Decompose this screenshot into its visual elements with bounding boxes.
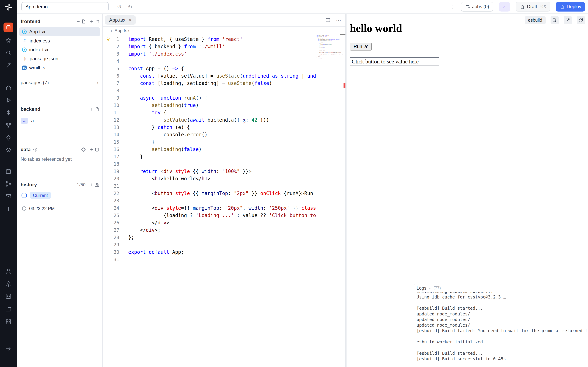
inspect-select-button[interactable] — [551, 16, 559, 24]
add-folder-button[interactable] — [89, 19, 99, 24]
more-options-kebab-icon[interactable]: ⋮ — [450, 3, 455, 10]
code-line[interactable]: import React, { useState } from 'react' — [128, 36, 316, 43]
deploy-button[interactable]: Deploy — [556, 2, 585, 12]
preview-run-a-button[interactable]: Run 'a' — [350, 43, 372, 50]
runs-icon[interactable] — [0, 96, 17, 105]
draft-button[interactable]: Draft ⌘S — [516, 2, 550, 12]
code-line[interactable] — [128, 87, 316, 94]
search-icon[interactable] — [0, 48, 17, 57]
code-line[interactable]: } — [128, 153, 316, 160]
file-item-App.tsx[interactable]: App.tsx — [19, 27, 100, 36]
history-current-item[interactable]: Current — [21, 192, 51, 199]
breadcrumb[interactable]: › App.tsx — [103, 26, 346, 35]
open-external-button[interactable] — [564, 16, 572, 24]
left-nav-rail — [0, 0, 17, 367]
file-item-index.css[interactable]: #index.css — [19, 36, 100, 45]
chevron-down-icon[interactable] — [428, 286, 432, 290]
code-line[interactable]: setValue(await backend.a({ x: 42 })) — [128, 117, 316, 124]
code-line[interactable]: </div> — [128, 219, 316, 226]
frontend-section-header: frontend — [21, 19, 99, 24]
app-name-input[interactable] — [21, 2, 109, 12]
code-line[interactable]: } — [128, 138, 316, 146]
assets-icon[interactable] — [0, 133, 17, 142]
add-item-icon[interactable] — [0, 204, 17, 213]
editor-menu-icon[interactable]: ⋯ — [336, 17, 341, 23]
code-area[interactable]: 1234567891011121314151617181920212223242… — [103, 34, 346, 367]
refresh-preview-button[interactable] — [577, 16, 585, 24]
windmill-logo-icon[interactable] — [0, 3, 17, 12]
add-file-button[interactable] — [76, 19, 86, 24]
code-line[interactable]: }; — [128, 234, 316, 241]
data-settings-button[interactable] — [81, 147, 86, 152]
file-item-index.tsx[interactable]: index.tsx — [19, 45, 100, 54]
close-tab-icon[interactable]: × — [129, 18, 132, 23]
code-line[interactable]: setLoading(false) — [128, 146, 316, 153]
history-snapshot-item[interactable]: 03:23:22 PM — [22, 206, 55, 211]
code-line[interactable]: return <div style={{ width: "100%" }}> — [128, 168, 316, 175]
code-line[interactable]: try { — [128, 109, 316, 117]
code-line[interactable] — [128, 160, 316, 168]
jobs-button[interactable]: Jobs (0) — [461, 2, 493, 12]
add-table-button[interactable] — [89, 147, 99, 152]
home-icon[interactable] — [0, 83, 17, 92]
code-line[interactable]: import './index.css' — [128, 50, 316, 58]
backend-runnable-a[interactable]: a a — [21, 118, 34, 124]
code-line[interactable] — [128, 241, 316, 249]
undo-icon[interactable]: ↺ — [117, 3, 122, 10]
code-content[interactable]: import React, { useState } from 'react'i… — [128, 36, 316, 263]
minimap[interactable]: import React, { useState } from 'react'i… — [317, 35, 344, 88]
workers-icon[interactable] — [0, 146, 17, 155]
line-number: 4 — [110, 58, 119, 65]
variables-icon[interactable] — [0, 108, 17, 117]
nav-favorites-icon[interactable] — [0, 36, 17, 45]
ai-assistant-button[interactable] — [499, 2, 510, 12]
code-line[interactable]: <div style={{ marginTop: "20px", width: … — [128, 204, 316, 212]
refresh-icon — [578, 18, 583, 23]
logs-title[interactable]: Logs — [417, 285, 426, 291]
resources-icon[interactable] — [0, 121, 17, 130]
flows-icon[interactable] — [0, 179, 17, 188]
file-item-wmill.ts[interactable]: TSwmill.ts — [19, 63, 100, 72]
code-line[interactable]: setLoading(true) — [128, 102, 316, 109]
collapse-rail-arrow-icon[interactable] — [0, 344, 17, 353]
json-file-icon: {} — [22, 56, 27, 61]
data-info-icon[interactable] — [33, 147, 38, 152]
code-line[interactable]: console.error() — [128, 131, 316, 138]
user-icon[interactable] — [0, 267, 17, 275]
split-editor-icon[interactable] — [325, 17, 331, 23]
logs-count: (77) — [433, 286, 441, 291]
code-line[interactable]: import { backend } from './wmill' — [128, 43, 316, 50]
code-line[interactable]: async function runA() { — [128, 94, 316, 102]
schedules-icon[interactable] — [0, 167, 17, 176]
code-line[interactable]: export default App; — [128, 249, 316, 256]
workspace-grid-icon[interactable] — [0, 317, 17, 326]
code-line[interactable] — [128, 256, 316, 263]
ai-wand-icon[interactable] — [0, 61, 17, 70]
settings-gear-icon[interactable] — [0, 279, 17, 288]
code-line[interactable]: {loading ? 'Loading ...' : value ?? 'Cli… — [128, 212, 316, 219]
file-item-package.json[interactable]: {}package.json — [19, 54, 100, 63]
nav-apps-icon[interactable] — [0, 23, 17, 32]
log-lines[interactable]: Initializing esbuild worker...Using idb … — [414, 284, 588, 367]
plus-icon — [76, 19, 81, 24]
code-line[interactable] — [128, 183, 316, 190]
history-add-snapshot-button[interactable] — [89, 183, 99, 187]
tab-app-tsx[interactable]: App.tsx × — [105, 15, 136, 25]
code-line[interactable]: const [value, setValue] = useState(undef… — [128, 72, 316, 80]
code-line[interactable] — [128, 58, 316, 65]
code-line[interactable]: const App = () => { — [128, 65, 316, 72]
redo-icon[interactable]: ↻ — [128, 3, 132, 10]
code-line[interactable]: const [loading, setLoading] = useState(f… — [128, 80, 316, 87]
code-line[interactable]: } catch (e) { — [128, 124, 316, 131]
panel-resize-handle[interactable] — [346, 14, 347, 367]
code-line[interactable] — [128, 197, 316, 204]
folders-icon[interactable] — [0, 304, 17, 313]
triggers-mail-icon[interactable] — [0, 192, 17, 201]
code-line[interactable]: </div>; — [128, 226, 316, 234]
add-runnable-button[interactable] — [89, 107, 99, 112]
packages-row[interactable]: packages (7) › — [21, 80, 99, 86]
file-icon — [95, 107, 99, 112]
code-line[interactable]: <button style={{ marginTop: "2px" }} onC… — [128, 190, 316, 197]
dev-codebox-icon[interactable] — [0, 292, 17, 300]
code-line[interactable]: <h1>hello world</h1> — [128, 175, 316, 183]
